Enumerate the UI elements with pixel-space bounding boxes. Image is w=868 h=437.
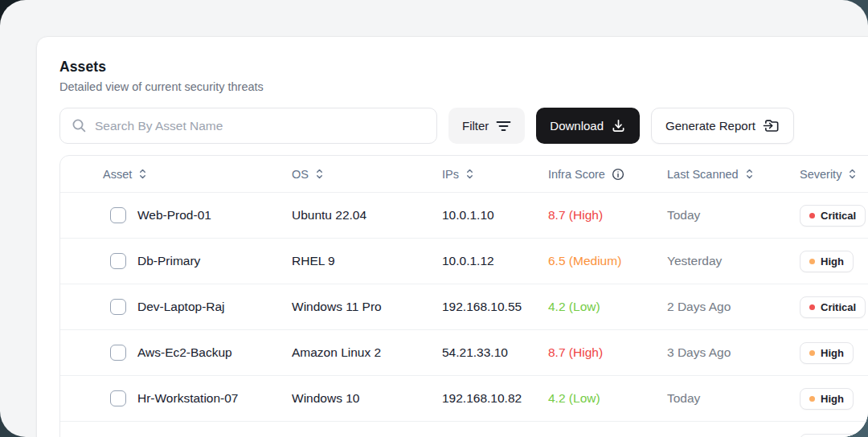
filter-button-label: Filter — [462, 119, 489, 133]
page-subtitle: Detailed view of current security threat… — [59, 80, 868, 93]
search-input[interactable] — [95, 119, 425, 133]
severity-label: Critical — [821, 210, 856, 222]
severity-label: High — [821, 347, 844, 359]
status-dot — [809, 350, 815, 356]
sort-chevrons-icon[interactable] — [745, 168, 754, 180]
download-button-label: Download — [550, 119, 604, 133]
page-title: Assets — [59, 59, 868, 76]
assets-table: Asset OS IPs — [59, 155, 868, 437]
filter-lines-icon — [496, 120, 511, 133]
ip-cell: 192.168.10.82 — [442, 391, 548, 406]
row-checkbox[interactable] — [110, 253, 126, 269]
severity-badge: High — [800, 388, 854, 410]
severity-badge: High — [800, 342, 854, 364]
table-row: Db-Primary RHEL 9 10.0.1.12 6.5 (Medium)… — [60, 239, 868, 284]
outer-background: Assets Detailed view of current security… — [0, 0, 868, 437]
asset-name: Hr-Workstation-07 — [137, 391, 238, 406]
table-row: Web-Prod-01 Ubuntu 22.04 10.0.1.10 8.7 (… — [60, 193, 868, 239]
os-cell: RHEL 9 — [292, 254, 442, 268]
severity-label: High — [821, 393, 844, 405]
column-header-label: IPs — [442, 168, 459, 181]
assets-card: Assets Detailed view of current security… — [36, 36, 868, 437]
column-header-label: Severity — [800, 168, 841, 181]
severity-badge: Critical — [800, 205, 866, 227]
info-circle-icon[interactable] — [612, 168, 624, 181]
sort-chevrons-icon[interactable] — [315, 168, 324, 180]
column-header-severity[interactable]: Severity — [800, 168, 868, 181]
download-tray-icon — [611, 118, 626, 133]
last-scanned-cell: Yesterday — [667, 254, 800, 268]
table-header-row: Asset OS IPs — [60, 156, 868, 193]
row-checkbox[interactable] — [110, 390, 126, 406]
toolbar: Filter Download — [59, 108, 868, 144]
page-background: Assets Detailed view of current security… — [0, 0, 868, 437]
column-header-asset[interactable]: Asset — [60, 168, 292, 181]
last-scanned-cell: 2 Days Ago — [667, 300, 800, 314]
table-row: Nginx-Reverse-Proxy Debian 11 172.16.5.2… — [60, 422, 868, 437]
table-row: Dev-Laptop-Raj Windows 11 Pro 192.168.10… — [60, 284, 868, 330]
column-header-label: Last Scanned — [667, 168, 739, 181]
column-header-ips[interactable]: IPs — [442, 168, 548, 181]
asset-name: Dev-Laptop-Raj — [137, 300, 225, 314]
infra-score-cell: 6.5 (Medium) — [548, 254, 667, 268]
column-header-infra-score[interactable]: Infra Score — [548, 168, 667, 181]
asset-name: Db-Primary — [137, 254, 200, 268]
last-scanned-cell: Today — [667, 208, 800, 223]
column-header-last-scanned[interactable]: Last Scanned — [667, 168, 800, 181]
table-row: Hr-Workstation-07 Windows 10 192.168.10.… — [60, 376, 868, 422]
folder-export-icon — [763, 118, 780, 133]
row-checkbox[interactable] — [110, 345, 126, 361]
sort-chevrons-icon[interactable] — [465, 168, 474, 180]
os-cell: Windows 11 Pro — [292, 300, 442, 314]
status-dot — [809, 213, 815, 218]
row-checkbox[interactable] — [110, 207, 126, 223]
os-cell: Windows 10 — [292, 391, 442, 406]
sort-chevrons-icon[interactable] — [848, 168, 857, 180]
ip-cell: 10.0.1.10 — [442, 208, 548, 223]
search-icon — [72, 118, 87, 133]
infra-score-cell: 8.7 (High) — [548, 208, 667, 223]
infra-score-cell: 4.2 (Low) — [548, 300, 667, 314]
last-scanned-cell: Today — [667, 391, 800, 406]
generate-report-button[interactable]: Generate Report — [651, 108, 794, 144]
table-row: Aws-Ec2-Backup Amazon Linux 2 54.21.33.1… — [60, 330, 868, 376]
ip-cell: 192.168.10.55 — [442, 300, 548, 314]
sort-chevrons-icon[interactable] — [138, 168, 147, 180]
download-button[interactable]: Download — [536, 108, 640, 144]
status-dot — [809, 259, 815, 264]
column-header-label: Asset — [103, 168, 132, 181]
status-dot — [809, 304, 815, 310]
filter-button[interactable]: Filter — [448, 108, 525, 144]
last-scanned-cell: 3 Days Ago — [667, 345, 800, 360]
asset-name: Aws-Ec2-Backup — [137, 345, 232, 360]
severity-badge: Critical — [800, 296, 866, 318]
row-checkbox[interactable] — [110, 299, 126, 315]
column-header-os[interactable]: OS — [292, 168, 442, 181]
severity-label: High — [821, 255, 844, 268]
infra-score-cell: 8.7 (High) — [548, 345, 667, 360]
search-box[interactable] — [59, 108, 437, 144]
ip-cell: 54.21.33.10 — [442, 345, 548, 360]
severity-badge: Critical — [800, 434, 866, 437]
severity-badge: High — [800, 251, 854, 272]
os-cell: Amazon Linux 2 — [292, 345, 442, 360]
asset-name: Web-Prod-01 — [137, 208, 211, 223]
infra-score-cell: 4.2 (Low) — [548, 391, 667, 406]
severity-label: Critical — [821, 301, 856, 313]
generate-report-button-label: Generate Report — [665, 119, 755, 133]
ip-cell: 10.0.1.12 — [442, 254, 548, 268]
column-header-label: Infra Score — [548, 168, 605, 181]
status-dot — [809, 396, 815, 402]
os-cell: Ubuntu 22.04 — [292, 208, 442, 223]
column-header-label: OS — [292, 168, 309, 181]
